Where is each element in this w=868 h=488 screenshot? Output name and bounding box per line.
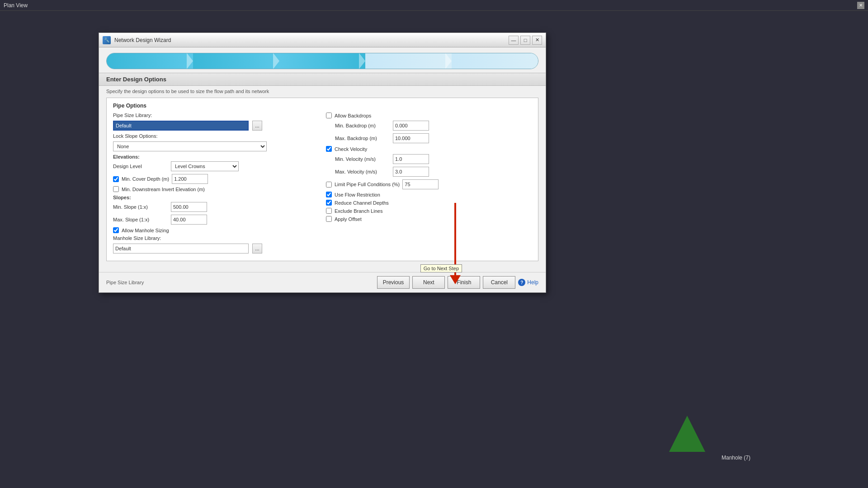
dialog-titlebar: 🔧 Network Design Wizard — □ ✕	[99, 33, 546, 47]
outer-close-button[interactable]: ✕	[857, 2, 864, 9]
red-arrow-annotation	[450, 203, 461, 284]
pipe-options-title: Pipe Options	[113, 103, 532, 109]
manhole-label: Manhole (7)	[722, 455, 750, 461]
manhole-library-input[interactable]	[113, 244, 249, 253]
design-level-label: Design Level	[113, 164, 167, 169]
exclude-branch-lines-label: Exclude Branch Lines	[335, 208, 382, 214]
footer-status: Pipe Size Library	[106, 280, 144, 285]
min-velocity-input[interactable]	[393, 154, 429, 164]
progress-area	[99, 47, 546, 73]
section-header: Enter Design Options	[99, 73, 546, 86]
max-backdrop-row: Max. Backdrop (m)	[335, 133, 532, 143]
max-velocity-label: Max. Velocity (m/s)	[335, 169, 389, 174]
use-flow-restriction-row: Use Flow Restriction	[326, 192, 532, 197]
network-design-wizard-dialog: 🔧 Network Design Wizard — □ ✕ Enter Desi…	[99, 33, 546, 293]
min-cover-depth-input[interactable]	[172, 174, 208, 184]
lock-slope-row: Lock Slope Options:	[113, 133, 319, 139]
dialog-icon-symbol: 🔧	[104, 38, 109, 42]
dialog-title: Network Design Wizard	[114, 37, 171, 43]
min-downstream-row: Min. Downstream Invert Elevation (m)	[113, 186, 319, 192]
next-button[interactable]: Next	[412, 276, 445, 289]
allow-manhole-sizing-checkbox[interactable]	[113, 227, 119, 233]
limit-pipe-full-row: Limit Pipe Full Conditions (%)	[326, 179, 532, 189]
progress-bar	[106, 53, 538, 69]
min-downstream-label: Min. Downstream Invert Elevation (m)	[122, 187, 205, 192]
check-velocity-label: Check Velocity	[335, 146, 367, 152]
arrow-head	[450, 275, 461, 284]
allow-backdrops-label: Allow Backdrops	[335, 113, 371, 118]
elevations-label: Elevations:	[113, 154, 319, 160]
lock-slope-label: Lock Slope Options:	[113, 133, 194, 139]
progress-step-1[interactable]	[107, 53, 193, 69]
exclude-branch-lines-row: Exclude Branch Lines	[326, 208, 532, 214]
check-velocity-row: Check Velocity	[326, 146, 532, 152]
content-area: Pipe Options Pipe Size Library: …	[99, 98, 546, 272]
exclude-branch-lines-checkbox[interactable]	[326, 208, 332, 214]
cancel-button[interactable]: Cancel	[483, 276, 515, 289]
min-backdrop-row: Min. Backdrop (m)	[335, 121, 532, 131]
pipe-size-browse-button[interactable]: …	[252, 121, 262, 131]
lock-slope-select[interactable]: None Lock All Lock Selected	[113, 141, 267, 151]
min-backdrop-input[interactable]	[393, 121, 429, 131]
previous-button[interactable]: Previous	[377, 276, 410, 289]
allow-manhole-sizing-row: Allow Manhole Sizing	[113, 227, 319, 233]
min-slope-input[interactable]	[171, 202, 207, 212]
design-level-row: Design Level Level Crowns Level Inverts …	[113, 161, 319, 171]
max-backdrop-label: Max. Backdrop (m)	[335, 136, 389, 141]
minimize-button[interactable]: —	[509, 36, 519, 45]
min-velocity-label: Min. Velocity (m/s)	[335, 156, 389, 162]
design-level-select[interactable]: Level Crowns Level Inverts Level Soffit	[171, 161, 239, 171]
limit-pipe-full-checkbox[interactable]	[326, 182, 332, 188]
dialog-footer: Pipe Size Library Previous Next Finish C…	[99, 272, 546, 292]
use-flow-restriction-label: Use Flow Restriction	[335, 192, 380, 197]
max-slope-input[interactable]	[171, 215, 207, 225]
help-icon: ?	[518, 279, 525, 286]
limit-pipe-full-label: Limit Pipe Full Conditions (%)	[335, 182, 400, 187]
max-velocity-input[interactable]	[393, 167, 429, 177]
min-cover-depth-label: Min. Cover Depth (m)	[122, 176, 169, 182]
pipe-options-columns: Pipe Size Library: … Lock Slope Options:	[113, 113, 532, 256]
max-slope-label: Max. Slope (1:x)	[113, 217, 167, 222]
manhole-library-label: Manhole Size Library:	[113, 235, 194, 241]
allow-backdrops-row: Allow Backdrops	[326, 113, 532, 118]
plan-view-title: Plan View	[4, 2, 28, 9]
arrow-line	[454, 203, 456, 275]
lock-slope-select-row: None Lock All Lock Selected	[113, 141, 319, 151]
progress-step-3[interactable]	[279, 53, 366, 69]
pipe-size-library-row: Pipe Size Library:	[113, 113, 319, 118]
apply-offset-row: Apply Offset	[326, 216, 532, 222]
pipe-size-library-input[interactable]	[113, 121, 249, 131]
min-cover-depth-row: Min. Cover Depth (m)	[113, 174, 319, 184]
max-slope-row: Max. Slope (1:x)	[113, 215, 319, 225]
min-slope-row: Min. Slope (1:x)	[113, 202, 319, 212]
reduce-channel-depths-label: Reduce Channel Depths	[335, 200, 389, 206]
reduce-channel-depths-row: Reduce Channel Depths	[326, 200, 532, 206]
help-button[interactable]: ? Help	[518, 279, 538, 286]
outer-titlebar-left: Plan View	[4, 2, 28, 9]
progress-step-2[interactable]	[193, 53, 279, 69]
progress-step-4[interactable]	[365, 53, 452, 69]
progress-step-5[interactable]	[452, 53, 538, 69]
close-button[interactable]: ✕	[532, 36, 542, 45]
left-column: Pipe Size Library: … Lock Slope Options:	[113, 113, 319, 256]
pipe-size-library-label: Pipe Size Library:	[113, 113, 194, 118]
apply-offset-label: Apply Offset	[335, 216, 362, 222]
manhole-browse-button[interactable]: …	[252, 244, 262, 253]
min-cover-depth-checkbox[interactable]	[113, 176, 119, 182]
reduce-channel-depths-checkbox[interactable]	[326, 200, 332, 206]
min-downstream-checkbox[interactable]	[113, 186, 119, 192]
pipe-size-library-input-row: …	[113, 121, 319, 131]
limit-pipe-full-input[interactable]	[402, 179, 439, 189]
maximize-button[interactable]: □	[520, 36, 530, 45]
manhole-library-row: Manhole Size Library:	[113, 235, 319, 241]
dialog-titlebar-left: 🔧 Network Design Wizard	[103, 36, 171, 44]
allow-backdrops-checkbox[interactable]	[326, 113, 332, 118]
apply-offset-checkbox[interactable]	[326, 216, 332, 222]
max-backdrop-input[interactable]	[393, 133, 429, 143]
check-velocity-checkbox[interactable]	[326, 146, 332, 152]
allow-manhole-sizing-label: Allow Manhole Sizing	[122, 228, 169, 233]
outer-titlebar: Plan View ✕	[0, 0, 868, 11]
use-flow-restriction-checkbox[interactable]	[326, 192, 332, 197]
dialog-titlebar-buttons: — □ ✕	[509, 36, 542, 45]
right-column: Allow Backdrops Min. Backdrop (m) Max. B…	[326, 113, 532, 256]
